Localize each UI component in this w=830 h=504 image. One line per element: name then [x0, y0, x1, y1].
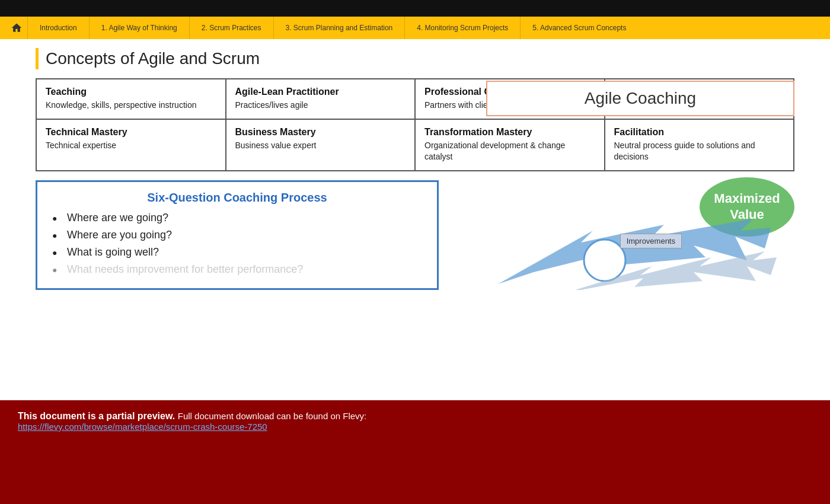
cell-desc-teaching: Knowledge, skills, perspective instructi… [46, 100, 196, 110]
cell-desc-facilitation: Neutral process guide to solutions and d… [614, 141, 755, 162]
diagram-area: MaximizedValue Improvements [451, 180, 794, 290]
coaching-process-box: Six-Question Coaching Process Where are … [36, 180, 439, 290]
cell-title-teaching: Teaching [46, 87, 216, 97]
table-cell-technical-mastery: Technical Mastery Technical expertise [36, 119, 226, 171]
overlay-text: This document is a partial preview. Full… [0, 400, 830, 438]
page-title-section: Concepts of Agile and Scrum [36, 48, 794, 69]
agile-coaching-label: Agile Coaching [585, 89, 696, 107]
overlay-bold-text: This document is a partial preview. [18, 411, 175, 421]
nav-item-scrum-practices[interactable]: 2. Scrum Practices [189, 17, 273, 39]
nav-item-planning[interactable]: 3. Scrum Planning and Estimation [273, 17, 405, 39]
coaching-questions-list: Where are we going? Where are you going?… [52, 212, 422, 276]
coaching-question-2: Where are you going? [52, 229, 422, 241]
overlay-link[interactable]: https://flevy.com/browse/marketplace/scr… [18, 422, 267, 432]
agile-coaching-box: Agile Coaching [486, 81, 794, 116]
cell-desc-transformation-mastery: Organizational development & change cata… [424, 141, 565, 162]
cell-title-transformation-mastery: Transformation Mastery [424, 127, 595, 138]
coaching-question-4: What needs improvement for better perfor… [52, 263, 422, 276]
navigation-bar: Introduction 1. Agile Way of Thinking 2.… [0, 17, 830, 39]
cell-desc-business-mastery: Business value expert [235, 141, 317, 150]
table-cell-business-mastery: Business Mastery Business value expert [226, 119, 416, 171]
coaching-question-3: What is going well? [52, 246, 422, 259]
cell-title-technical-mastery: Technical Mastery [46, 127, 216, 138]
arrows-diagram [486, 213, 794, 302]
cell-desc-agile-lean: Practices/lives agile [235, 100, 308, 110]
table-cell-agile-lean: Agile-Lean Practitioner Practices/lives … [226, 79, 416, 119]
improvements-label: Improvements [620, 234, 682, 248]
cell-title-business-mastery: Business Mastery [235, 127, 406, 138]
cell-desc-technical-mastery: Technical expertise [46, 141, 116, 150]
cell-title-facilitation: Facilitation [614, 127, 785, 138]
cell-title-agile-lean: Agile-Lean Practitioner [235, 87, 406, 97]
overlay-normal-text: Full document download can be found on F… [178, 411, 367, 421]
nav-items-container: Introduction 1. Agile Way of Thinking 2.… [27, 17, 824, 39]
svg-point-1 [584, 240, 625, 281]
nav-item-introduction[interactable]: Introduction [27, 17, 89, 39]
top-black-bar [0, 0, 830, 17]
home-icon [11, 22, 23, 34]
table-row: Technical Mastery Technical expertise Bu… [36, 119, 794, 171]
preview-overlay: This document is a partial preview. Full… [0, 400, 830, 504]
table-cell-facilitation: Facilitation Neutral process guide to so… [605, 119, 794, 171]
title-accent-bar [36, 48, 39, 69]
table-cell-transformation-mastery: Transformation Mastery Organizational de… [415, 119, 605, 171]
page-title: Concepts of Agile and Scrum [46, 49, 260, 68]
nav-item-monitoring[interactable]: 4. Monitoring Scrum Projects [404, 17, 520, 39]
table-cell-teaching: Teaching Knowledge, skills, perspective … [36, 79, 226, 119]
home-button[interactable] [6, 17, 27, 39]
coaching-question-1: Where are we going? [52, 212, 422, 224]
nav-item-agile-thinking[interactable]: 1. Agile Way of Thinking [89, 17, 189, 39]
main-content: Concepts of Agile and Scrum Agile Coachi… [0, 39, 830, 296]
nav-item-advanced[interactable]: 5. Advanced Scrum Concepts [520, 17, 638, 39]
coaching-process-title: Six-Question Coaching Process [52, 191, 422, 205]
bottom-section: Six-Question Coaching Process Where are … [36, 180, 794, 290]
